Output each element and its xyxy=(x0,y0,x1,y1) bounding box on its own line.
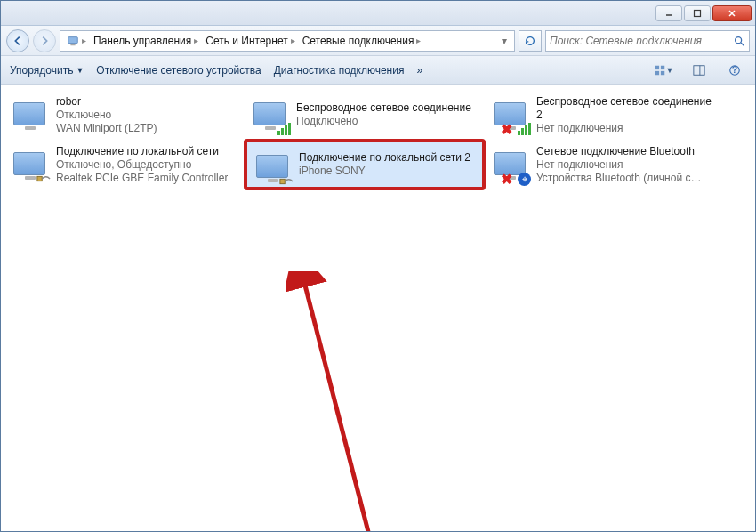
organize-menu[interactable]: Упорядочить ▼ xyxy=(10,64,84,77)
svg-rect-8 xyxy=(655,65,658,69)
refresh-button[interactable] xyxy=(519,30,542,52)
breadcrumb-root[interactable]: ▸ xyxy=(64,35,89,47)
connection-device: Устройства Bluetooth (личной с… xyxy=(536,172,701,185)
svg-rect-12 xyxy=(694,65,704,75)
svg-rect-19 xyxy=(288,123,291,135)
disabled-x-icon: ✖ xyxy=(499,122,513,136)
svg-rect-21 xyxy=(521,128,524,135)
titlebar xyxy=(1,1,755,26)
svg-text:?: ? xyxy=(732,64,737,75)
more-commands[interactable]: » xyxy=(416,64,422,77)
preview-pane-button[interactable] xyxy=(688,60,711,80)
svg-rect-25 xyxy=(280,179,285,183)
network-adapter-icon xyxy=(250,93,289,134)
connection-name: Беспроводное сетевое соединение xyxy=(296,101,471,115)
svg-rect-20 xyxy=(518,131,520,135)
svg-rect-16 xyxy=(277,131,280,135)
connection-device: iPhone SONY xyxy=(299,165,470,178)
wifi-signal-icon xyxy=(517,122,531,136)
svg-line-7 xyxy=(741,43,744,46)
connection-status: Отключено, Общедоступно xyxy=(56,158,228,172)
connection-status: Нет подключения xyxy=(536,122,720,135)
close-button[interactable] xyxy=(712,5,752,21)
svg-rect-22 xyxy=(525,125,527,135)
connection-name: Подключение по локальной сети xyxy=(56,145,228,158)
navigation-bar: ▸ Панель управления▸ Сеть и Интернет▸ Се… xyxy=(1,26,755,56)
connection-info: Подключение по локальной сетиОтключено, … xyxy=(56,143,228,186)
annotation-arrow xyxy=(286,271,392,531)
connection-item[interactable]: roborОтключеноWAN Miniport (L2TP) xyxy=(4,90,245,140)
view-options-button[interactable]: ▼ xyxy=(652,60,675,80)
connection-status: Нет подключения xyxy=(536,158,701,172)
breadcrumb-label: Сеть и Интернет xyxy=(205,35,287,47)
ethernet-cable-icon xyxy=(279,174,294,189)
svg-rect-24 xyxy=(37,176,42,181)
back-button[interactable] xyxy=(6,29,29,52)
connection-item[interactable]: ✖Беспроводное сетевое соединение 2Нет по… xyxy=(485,90,725,140)
address-dropdown[interactable]: ▾ xyxy=(498,35,511,47)
forward-button[interactable] xyxy=(33,29,56,52)
connection-info: Беспроводное сетевое соединениеПодключен… xyxy=(296,93,471,136)
connection-status: Отключено xyxy=(56,109,157,122)
network-adapter-icon xyxy=(10,93,49,134)
connection-name: Беспроводное сетевое соединение 2 xyxy=(536,95,720,122)
svg-line-26 xyxy=(303,278,374,531)
connection-status: Подключено xyxy=(296,115,471,128)
breadcrumb-item[interactable]: Сеть и Интернет▸ xyxy=(203,35,297,47)
ethernet-cable-icon xyxy=(36,172,51,186)
connection-info: Беспроводное сетевое соединение 2Нет под… xyxy=(536,93,720,136)
connection-name: Подключение по локальной сети 2 xyxy=(299,151,470,165)
address-bar[interactable]: ▸ Панель управления▸ Сеть и Интернет▸ Се… xyxy=(60,30,515,52)
maximize-button[interactable] xyxy=(684,5,711,21)
bluetooth-icon: ⌖ xyxy=(518,173,531,186)
minimize-button[interactable] xyxy=(655,5,682,21)
diagnose-button[interactable]: Диагностика подключения xyxy=(274,64,405,77)
svg-rect-23 xyxy=(528,123,531,135)
breadcrumb-label: Сетевые подключения xyxy=(302,35,414,47)
connection-item[interactable]: Подключение по локальной сети 2iPhone SO… xyxy=(245,140,485,189)
network-adapter-icon: ⌖✖ xyxy=(490,143,529,184)
svg-rect-17 xyxy=(281,128,284,135)
connection-item[interactable]: Беспроводное сетевое соединениеПодключен… xyxy=(245,90,485,140)
connection-name: Сетевое подключение Bluetooth xyxy=(536,145,701,158)
connection-device: WAN Miniport (L2TP) xyxy=(56,122,157,135)
svg-rect-5 xyxy=(70,44,75,45)
wifi-signal-icon xyxy=(277,122,291,136)
connection-info: roborОтключеноWAN Miniport (L2TP) xyxy=(56,93,157,136)
content-area[interactable]: roborОтключеноWAN Miniport (L2TP)Беспров… xyxy=(1,85,755,531)
search-box[interactable] xyxy=(545,30,750,52)
svg-rect-9 xyxy=(660,65,664,69)
network-adapter-icon xyxy=(10,143,49,184)
network-adapter-icon xyxy=(253,146,292,187)
disable-device-button[interactable]: Отключение сетевого устройства xyxy=(96,64,261,77)
connection-info: Сетевое подключение BluetoothНет подключ… xyxy=(536,143,701,186)
connection-info: Подключение по локальной сети 2iPhone SO… xyxy=(299,146,470,183)
breadcrumb-item[interactable]: Панель управления▸ xyxy=(91,35,201,47)
svg-rect-10 xyxy=(655,70,658,74)
connection-name: robor xyxy=(56,95,157,109)
connection-item[interactable]: ⌖✖Сетевое подключение BluetoothНет подкл… xyxy=(485,140,725,189)
svg-rect-11 xyxy=(660,70,664,74)
svg-rect-1 xyxy=(695,10,701,16)
breadcrumb-item[interactable]: Сетевые подключения▸ xyxy=(300,35,424,47)
explorer-window: ▸ Панель управления▸ Сеть и Интернет▸ Се… xyxy=(0,0,756,532)
svg-rect-4 xyxy=(68,36,78,43)
svg-point-6 xyxy=(736,37,742,44)
connection-item[interactable]: Подключение по локальной сетиОтключено, … xyxy=(4,140,245,189)
disabled-x-icon: ✖ xyxy=(499,172,513,186)
help-button[interactable]: ? xyxy=(723,60,746,80)
search-icon xyxy=(733,34,745,47)
network-adapter-icon: ✖ xyxy=(490,93,529,134)
computer-icon xyxy=(67,35,79,47)
breadcrumb-label: Панель управления xyxy=(93,35,191,47)
connection-device: Realtek PCIe GBE Family Controller xyxy=(56,172,228,185)
search-input[interactable] xyxy=(550,35,733,47)
command-bar: Упорядочить ▼ Отключение сетевого устрой… xyxy=(1,56,755,85)
svg-rect-18 xyxy=(285,125,287,135)
